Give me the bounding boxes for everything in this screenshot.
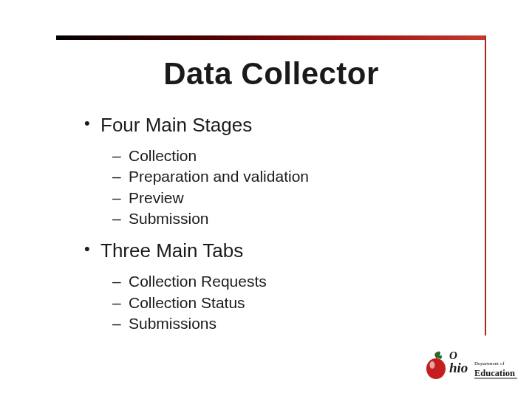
ohio-education-logo-icon: O hio Department of Education <box>421 349 517 386</box>
logo-dept-text: Department of <box>474 361 505 366</box>
sub-bullet-item: Submissions <box>112 313 471 334</box>
bullet-item: Three Main Tabs Collection Requests Coll… <box>84 239 471 334</box>
sub-bullet-item: Submission <box>112 208 471 229</box>
right-accent-bar <box>485 35 486 335</box>
sub-bullet-item: Collection Requests <box>112 271 471 292</box>
bullet-label: Three Main Tabs <box>100 239 243 262</box>
sub-bullet-item: Preparation and validation <box>112 166 471 187</box>
slide-frame: Data Collector Four Main Stages Collecti… <box>56 35 486 335</box>
slide-content: Four Main Stages Collection Preparation … <box>56 114 486 334</box>
sub-bullet-list: Collection Preparation and validation Pr… <box>112 146 471 229</box>
bullet-label: Four Main Stages <box>100 114 252 136</box>
logo-edu-text: Education <box>474 368 515 378</box>
top-accent-bar <box>56 35 486 40</box>
sub-bullet-item: Preview <box>112 188 471 208</box>
svg-text:hio: hio <box>449 360 468 375</box>
bullet-list: Four Main Stages Collection Preparation … <box>84 114 471 334</box>
svg-point-0 <box>426 358 446 379</box>
sub-bullet-list: Collection Requests Collection Status Su… <box>112 271 471 334</box>
svg-point-1 <box>430 361 435 369</box>
sub-bullet-item: Collection <box>112 146 471 166</box>
slide-title: Data Collector <box>56 56 486 92</box>
bullet-item: Four Main Stages Collection Preparation … <box>84 114 471 229</box>
sub-bullet-item: Collection Status <box>112 293 471 313</box>
